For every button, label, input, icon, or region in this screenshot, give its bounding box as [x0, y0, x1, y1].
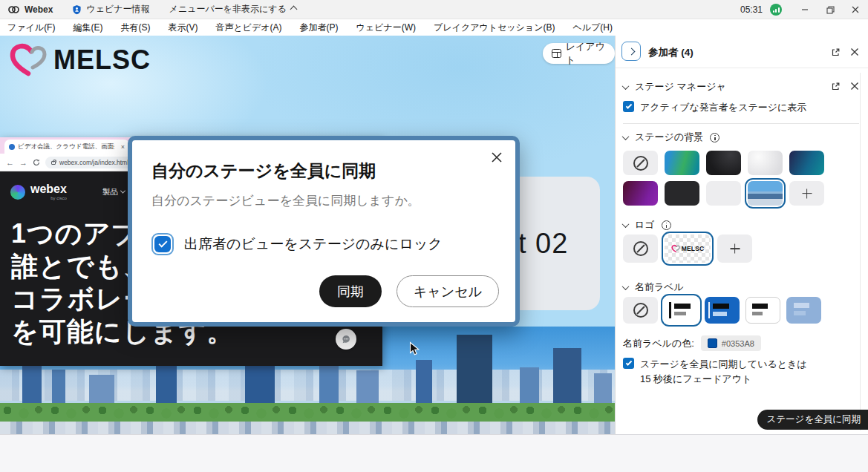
menubar: ファイル(F) 編集(E) 共有(S) 表示(V) 音声とビデオ(A) 参加者(…: [0, 19, 868, 36]
name-label-header: 名前ラベル: [623, 281, 684, 294]
fade-checkbox[interactable]: [623, 358, 634, 369]
background-swatch-row-1: [623, 151, 824, 175]
name-label-none[interactable]: [623, 297, 658, 324]
bg-swatch-charcoal[interactable]: [665, 181, 699, 206]
tab-favicon: [9, 144, 15, 150]
logo-swatch-text: MELSC: [682, 245, 705, 252]
minimize-button[interactable]: [792, 0, 818, 19]
bg-swatch-white[interactable]: [748, 151, 783, 175]
name-label-style-1-selected[interactable]: [664, 297, 699, 324]
bg-swatch-navy-teal[interactable]: [789, 151, 824, 175]
meeting-timer: 05:31: [740, 4, 763, 15]
popout-stage-manager-icon[interactable]: [828, 79, 843, 94]
dialog-close-icon[interactable]: [489, 149, 505, 165]
tab-close-icon[interactable]: ×: [121, 143, 125, 151]
chevron-down-icon[interactable]: [622, 220, 630, 228]
close-window-button[interactable]: [843, 0, 868, 19]
lock-view-checkbox-label: 出席者のビューをステージのみにロック: [184, 235, 443, 254]
chevron-down-icon: [120, 189, 125, 194]
bg-swatch-cityscape-selected[interactable]: [748, 181, 783, 206]
no-background-icon: [633, 156, 648, 171]
add-logo-button[interactable]: [717, 235, 752, 263]
chevron-down-icon[interactable]: [622, 82, 630, 90]
chevron-down-icon[interactable]: [622, 133, 630, 140]
layout-button[interactable]: レイアウト: [543, 43, 615, 64]
color-value: #0353A8: [722, 339, 754, 348]
layout-button-label: レイアウト: [566, 40, 606, 67]
active-speaker-label: アクティブな発言者をステージに表示: [640, 101, 806, 114]
connection-quality-icon[interactable]: [770, 4, 782, 16]
browser-forward-icon[interactable]: →: [19, 158, 27, 167]
control-toolbar: CC ミュート解除 ビデオの開始: [0, 434, 868, 472]
menu-webinar[interactable]: ウェビナー(W): [356, 22, 416, 34]
chevron-down-icon[interactable]: [622, 283, 630, 290]
menu-file[interactable]: ファイル(F): [7, 22, 55, 34]
menu-help[interactable]: ヘルプ(H): [572, 22, 613, 34]
name-label-style-4[interactable]: [786, 297, 821, 324]
webinar-info-label: ウェビナー情報: [86, 3, 149, 16]
app-title: Webex: [25, 4, 53, 15]
participants-panel: 参加者 (4) ステージ マネージャ アクティブな発言者をステージに表示 ステー…: [615, 36, 868, 434]
dialog-message: 自分のステージビューを全員に同期しますか。: [151, 192, 495, 209]
mouse-cursor: [409, 341, 420, 357]
name-label-style-2[interactable]: [705, 297, 740, 324]
webinar-info-button[interactable]: ウェビナー情報: [72, 3, 149, 16]
titlebar-right-group: 05:31: [740, 0, 868, 19]
sync-button[interactable]: 同期: [319, 275, 382, 307]
fade-checkbox-label: ステージを全員に同期しているときは 15 秒後にフェードアウト: [640, 358, 807, 385]
name-label-color-label: 名前ラベルの色:: [623, 337, 694, 350]
info-icon[interactable]: [662, 220, 671, 230]
popout-panel-icon[interactable]: [828, 45, 843, 59]
logo-swatch-none[interactable]: [623, 235, 658, 263]
lock-icon: [51, 161, 56, 165]
bg-swatch-none[interactable]: [623, 151, 658, 175]
menu-breakout[interactable]: ブレイクアウトセッション(B): [434, 22, 555, 34]
fade-checkbox-row: ステージを全員に同期しているときは 15 秒後にフェードアウト: [623, 358, 807, 385]
logo-swatch-row: MELSC: [623, 235, 752, 263]
add-background-button[interactable]: [789, 181, 824, 206]
panel-scrollbar[interactable]: [860, 73, 861, 430]
logo-section-header: ロゴ: [623, 218, 671, 232]
no-name-label-icon: [633, 303, 648, 318]
browser-tab[interactable]: ビデオ会議、クラウド電話、画面共有 ×: [4, 140, 129, 154]
logo-swatch-melsc-selected[interactable]: MELSC: [665, 235, 711, 263]
panel-expand-button[interactable]: [621, 42, 641, 61]
site-chat-bubble-icon[interactable]: [336, 329, 356, 350]
menu-share[interactable]: 共有(S): [120, 22, 150, 34]
lock-view-checkbox[interactable]: [151, 233, 174, 255]
melsc-heart-icon: [671, 244, 680, 253]
bg-swatch-black[interactable]: [706, 151, 741, 175]
stage-background-title: ステージの背景: [635, 131, 703, 144]
name-label-title: 名前ラベル: [635, 281, 684, 294]
browser-url: webex.com/ja/index.html: [59, 159, 128, 166]
active-speaker-checkbox[interactable]: [623, 101, 634, 112]
sync-stage-to-all-button[interactable]: ステージを全員に同期: [757, 410, 868, 430]
menu-edit[interactable]: 編集(E): [73, 22, 102, 34]
menu-audio-video[interactable]: 音声とビデオ(A): [215, 22, 281, 34]
site-nav-products[interactable]: 製品: [102, 187, 125, 197]
info-icon[interactable]: [710, 133, 719, 142]
dialog-title: 自分のステージを全員に同期: [151, 160, 495, 183]
color-swatch: [708, 338, 717, 348]
bg-swatch-purple[interactable]: [623, 181, 658, 206]
restore-button[interactable]: [818, 0, 843, 19]
menu-participants[interactable]: 参加者(P): [300, 22, 339, 34]
menu-view[interactable]: 表示(V): [168, 22, 198, 34]
shield-icon: [72, 4, 82, 15]
close-panel-icon[interactable]: [847, 45, 862, 59]
hide-menubar-label: メニューバーを非表示にする: [169, 3, 287, 16]
participants-title: 参加者 (4): [648, 46, 694, 59]
hide-menubar-button[interactable]: メニューバーを非表示にする: [169, 3, 296, 16]
webex-site-brand-text: webex: [30, 183, 67, 195]
background-swatch-row-2: [623, 181, 824, 206]
browser-reload-icon[interactable]: [33, 159, 40, 166]
bg-swatch-blue-green[interactable]: [665, 151, 699, 175]
webex-logo-icon: [7, 4, 20, 15]
bg-swatch-light-gray[interactable]: [706, 181, 741, 206]
browser-back-icon[interactable]: ←: [6, 158, 14, 167]
cancel-button[interactable]: キャンセル: [397, 275, 499, 307]
name-label-color-picker[interactable]: #0353A8: [701, 335, 761, 351]
name-label-style-3[interactable]: [745, 297, 780, 324]
melsc-heart-icon: [9, 42, 48, 79]
webex-window: Webex ウェビナー情報 メニューバーを非表示にする 05:31 ファイル(F…: [0, 0, 868, 472]
